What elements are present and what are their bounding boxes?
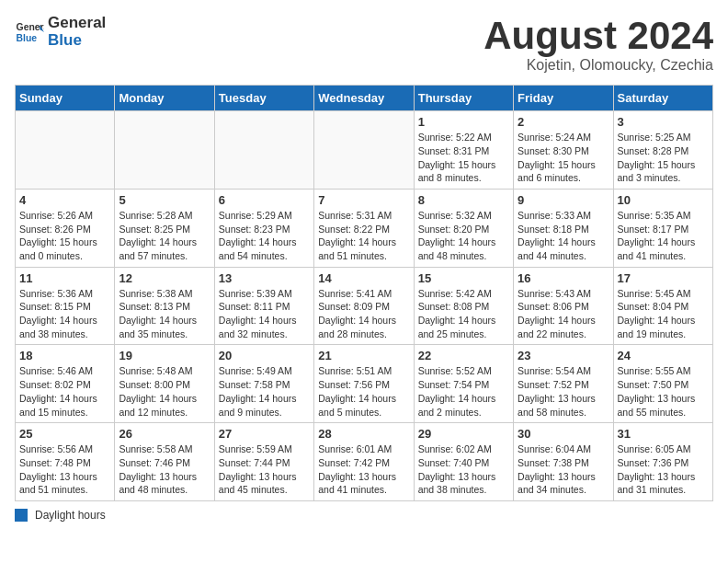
calendar-cell: 28Sunrise: 6:01 AM Sunset: 7:42 PM Dayli…: [314, 423, 414, 501]
day-info: Sunrise: 5:35 AM Sunset: 8:17 PM Dayligh…: [618, 209, 709, 263]
day-info: Sunrise: 6:01 AM Sunset: 7:42 PM Dayligh…: [318, 442, 409, 497]
day-number: 25: [19, 427, 110, 441]
day-number: 9: [518, 193, 609, 207]
day-number: 5: [119, 193, 210, 207]
calendar-cell: 29Sunrise: 6:02 AM Sunset: 7:40 PM Dayli…: [414, 423, 513, 501]
calendar-cell: 10Sunrise: 5:35 AM Sunset: 8:17 PM Dayli…: [613, 189, 712, 267]
day-info: Sunrise: 5:31 AM Sunset: 8:22 PM Dayligh…: [318, 209, 409, 263]
col-header-friday: Friday: [514, 86, 613, 111]
day-number: 23: [518, 349, 609, 362]
calendar-cell: 5Sunrise: 5:28 AM Sunset: 8:25 PM Daylig…: [115, 189, 214, 267]
day-number: 7: [318, 193, 409, 207]
day-info: Sunrise: 5:46 AM Sunset: 8:02 PM Dayligh…: [19, 364, 110, 419]
calendar-table: SundayMondayTuesdayWednesdayThursdayFrid…: [15, 85, 713, 501]
calendar-cell: 2Sunrise: 5:24 AM Sunset: 8:30 PM Daylig…: [514, 111, 613, 190]
day-number: 18: [19, 349, 110, 362]
logo-general-text: General: [48, 15, 106, 32]
day-number: 22: [418, 349, 509, 362]
day-number: 29: [418, 427, 509, 441]
day-number: 14: [318, 271, 409, 285]
day-number: 12: [119, 271, 210, 285]
calendar-week-row: 18Sunrise: 5:46 AM Sunset: 8:02 PM Dayli…: [16, 345, 713, 423]
day-info: Sunrise: 5:48 AM Sunset: 8:00 PM Dayligh…: [119, 364, 210, 419]
calendar-cell: 9Sunrise: 5:33 AM Sunset: 8:18 PM Daylig…: [514, 189, 613, 267]
title-area: August 2024 Kojetin, Olomoucky, Czechia: [483, 15, 713, 74]
day-info: Sunrise: 5:45 AM Sunset: 8:04 PM Dayligh…: [618, 287, 709, 341]
calendar-cell: 13Sunrise: 5:39 AM Sunset: 8:11 PM Dayli…: [214, 267, 313, 345]
calendar-cell: 23Sunrise: 5:54 AM Sunset: 7:52 PM Dayli…: [514, 345, 613, 423]
day-info: Sunrise: 6:05 AM Sunset: 7:36 PM Dayligh…: [618, 442, 709, 497]
day-info: Sunrise: 5:55 AM Sunset: 7:50 PM Dayligh…: [618, 364, 709, 419]
calendar-cell: 7Sunrise: 5:31 AM Sunset: 8:22 PM Daylig…: [314, 189, 414, 267]
svg-text:Blue: Blue: [17, 32, 38, 42]
day-info: Sunrise: 5:29 AM Sunset: 8:23 PM Dayligh…: [219, 209, 310, 263]
day-number: 4: [19, 193, 110, 207]
day-number: 13: [219, 271, 310, 285]
day-number: 8: [418, 193, 509, 207]
day-number: 1: [418, 115, 509, 129]
calendar-week-row: 1Sunrise: 5:22 AM Sunset: 8:31 PM Daylig…: [16, 111, 713, 190]
calendar-week-row: 4Sunrise: 5:26 AM Sunset: 8:26 PM Daylig…: [16, 189, 713, 267]
calendar-cell: 20Sunrise: 5:49 AM Sunset: 7:58 PM Dayli…: [214, 345, 313, 423]
location-subtitle: Kojetin, Olomoucky, Czechia: [483, 57, 713, 74]
col-header-thursday: Thursday: [414, 86, 513, 111]
day-number: 3: [618, 115, 709, 129]
day-info: Sunrise: 5:24 AM Sunset: 8:30 PM Dayligh…: [518, 131, 609, 185]
calendar-cell: 19Sunrise: 5:48 AM Sunset: 8:00 PM Dayli…: [115, 345, 214, 423]
day-info: Sunrise: 5:54 AM Sunset: 7:52 PM Dayligh…: [518, 364, 609, 419]
calendar-week-row: 11Sunrise: 5:36 AM Sunset: 8:15 PM Dayli…: [16, 267, 713, 345]
calendar-cell: [16, 111, 115, 190]
calendar-cell: 11Sunrise: 5:36 AM Sunset: 8:15 PM Dayli…: [16, 267, 115, 345]
calendar-cell: 21Sunrise: 5:51 AM Sunset: 7:56 PM Dayli…: [314, 345, 414, 423]
day-info: Sunrise: 5:22 AM Sunset: 8:31 PM Dayligh…: [418, 131, 509, 185]
col-header-wednesday: Wednesday: [314, 86, 414, 111]
day-info: Sunrise: 5:38 AM Sunset: 8:13 PM Dayligh…: [119, 287, 210, 341]
calendar-cell: 16Sunrise: 5:43 AM Sunset: 8:06 PM Dayli…: [514, 267, 613, 345]
calendar-cell: 3Sunrise: 5:25 AM Sunset: 8:28 PM Daylig…: [613, 111, 712, 190]
calendar-cell: [214, 111, 313, 190]
calendar-cell: 18Sunrise: 5:46 AM Sunset: 8:02 PM Dayli…: [16, 345, 115, 423]
logo-blue-text: Blue: [48, 32, 106, 50]
calendar-cell: 22Sunrise: 5:52 AM Sunset: 7:54 PM Dayli…: [414, 345, 513, 423]
calendar-cell: 31Sunrise: 6:05 AM Sunset: 7:36 PM Dayli…: [613, 423, 712, 501]
day-info: Sunrise: 5:28 AM Sunset: 8:25 PM Dayligh…: [119, 209, 210, 263]
col-header-monday: Monday: [115, 86, 214, 111]
calendar-cell: 8Sunrise: 5:32 AM Sunset: 8:20 PM Daylig…: [414, 189, 513, 267]
day-info: Sunrise: 5:32 AM Sunset: 8:20 PM Dayligh…: [418, 209, 509, 263]
day-number: 6: [219, 193, 310, 207]
calendar-cell: [115, 111, 214, 190]
calendar-cell: 25Sunrise: 5:56 AM Sunset: 7:48 PM Dayli…: [16, 423, 115, 501]
calendar-cell: 4Sunrise: 5:26 AM Sunset: 8:26 PM Daylig…: [16, 189, 115, 267]
day-info: Sunrise: 5:51 AM Sunset: 7:56 PM Dayligh…: [318, 364, 409, 419]
day-number: 31: [618, 427, 709, 441]
col-header-sunday: Sunday: [16, 86, 115, 111]
day-info: Sunrise: 5:26 AM Sunset: 8:26 PM Dayligh…: [19, 209, 110, 263]
calendar-cell: 26Sunrise: 5:58 AM Sunset: 7:46 PM Dayli…: [115, 423, 214, 501]
day-info: Sunrise: 5:42 AM Sunset: 8:08 PM Dayligh…: [418, 287, 509, 341]
day-info: Sunrise: 5:43 AM Sunset: 8:06 PM Dayligh…: [518, 287, 609, 341]
logo-icon: General Blue: [15, 17, 44, 47]
day-info: Sunrise: 5:41 AM Sunset: 8:09 PM Dayligh…: [318, 287, 409, 341]
page-header: General Blue General Blue August 2024 Ko…: [15, 15, 713, 74]
day-info: Sunrise: 5:49 AM Sunset: 7:58 PM Dayligh…: [219, 364, 310, 419]
legend-color-box: [15, 509, 28, 522]
day-number: 11: [19, 271, 110, 285]
day-number: 10: [618, 193, 709, 207]
calendar-cell: 14Sunrise: 5:41 AM Sunset: 8:09 PM Dayli…: [314, 267, 414, 345]
day-info: Sunrise: 5:36 AM Sunset: 8:15 PM Dayligh…: [19, 287, 110, 341]
day-number: 16: [518, 271, 609, 285]
day-info: Sunrise: 6:04 AM Sunset: 7:38 PM Dayligh…: [518, 442, 609, 497]
day-number: 2: [518, 115, 609, 129]
day-number: 20: [219, 349, 310, 362]
calendar-cell: 30Sunrise: 6:04 AM Sunset: 7:38 PM Dayli…: [514, 423, 613, 501]
day-info: Sunrise: 5:33 AM Sunset: 8:18 PM Dayligh…: [518, 209, 609, 263]
calendar-header-row: SundayMondayTuesdayWednesdayThursdayFrid…: [16, 86, 713, 111]
day-number: 26: [119, 427, 210, 441]
day-number: 28: [318, 427, 409, 441]
legend-label: Daylight hours: [35, 509, 106, 522]
calendar-cell: 27Sunrise: 5:59 AM Sunset: 7:44 PM Dayli…: [214, 423, 313, 501]
day-info: Sunrise: 5:56 AM Sunset: 7:48 PM Dayligh…: [19, 442, 110, 497]
day-number: 19: [119, 349, 210, 362]
calendar-cell: [314, 111, 414, 190]
month-year-title: August 2024: [483, 15, 713, 57]
